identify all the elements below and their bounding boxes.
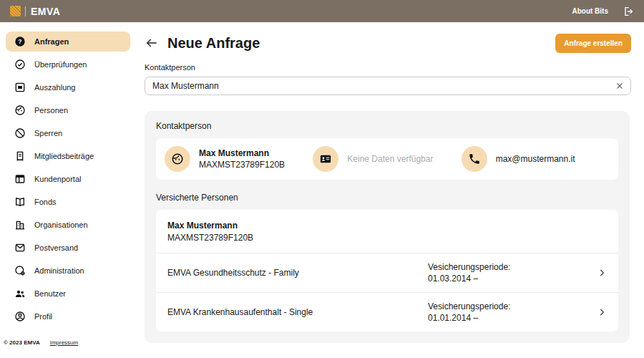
policy-name: EMVA Krankenhausaufenthalt - Single xyxy=(167,307,428,317)
avatar xyxy=(165,146,190,172)
sidebar-item-benutzer[interactable]: Benutzer xyxy=(6,284,130,304)
sidebar-item-label: Überprüfungen xyxy=(34,60,87,69)
back-arrow-icon[interactable] xyxy=(145,36,159,50)
insured-person-name: Max Mustermann xyxy=(167,221,607,231)
browser-icon xyxy=(14,173,26,185)
id-card-icon xyxy=(313,146,338,172)
insured-card: Max Mustermann MAXMST23789F120B EMVA Ges… xyxy=(156,210,618,332)
about-bits-link[interactable]: About Bits xyxy=(572,7,608,15)
profile-icon xyxy=(14,311,26,322)
sidebar-item-postversand[interactable]: Postversand xyxy=(6,238,130,258)
sidebar-item-label: Organisationen xyxy=(34,221,88,229)
impressum-link[interactable]: Impressum xyxy=(50,339,79,346)
sidebar-item-administration[interactable]: Administration xyxy=(6,261,130,281)
payout-icon xyxy=(14,82,26,93)
chevron-right-icon xyxy=(597,307,607,317)
sidebar-item-fonds[interactable]: Fonds xyxy=(6,192,130,212)
sidebar-item-label: Postversand xyxy=(34,243,78,252)
sidebar: ? Anfragen Überprüfungen Auszahlung Pers… xyxy=(0,22,136,358)
insured-section-label: Versicherte Personen xyxy=(156,193,618,203)
sidebar-item-auszahlung[interactable]: Auszahlung xyxy=(6,77,130,97)
sidebar-item-kundenportal[interactable]: Kundenportal xyxy=(6,169,130,189)
main-content: Neue Anfrage Anfrage erstellen Kontaktpe… xyxy=(145,22,631,343)
sidebar-item-label: Benutzer xyxy=(34,289,66,298)
create-request-button[interactable]: Anfrage erstellen xyxy=(555,34,631,53)
contact-id: MAXMST23789F120B xyxy=(199,160,285,170)
face-icon xyxy=(14,105,26,116)
group-icon xyxy=(14,288,26,299)
phone-icon xyxy=(462,146,487,172)
brand-name: EMVA xyxy=(31,6,60,17)
building-icon xyxy=(14,219,26,231)
contact-search-input[interactable] xyxy=(145,77,631,95)
policy-period-value: 01.03.2014 – xyxy=(428,274,478,284)
sidebar-item-label: Administration xyxy=(34,266,84,275)
contact-field-label: Kontaktperson xyxy=(145,63,631,72)
sidebar-item-anfragen[interactable]: ? Anfragen xyxy=(6,32,130,52)
contact-person-item: Max Mustermann MAXMST23789F120B xyxy=(165,146,313,172)
sidebar-item-label: Kundenportal xyxy=(34,175,81,183)
face-icon xyxy=(171,153,184,165)
book-icon xyxy=(14,196,26,208)
contact-email-item: max@mustermann.it xyxy=(462,146,610,172)
sidebar-footer: © 2023 EMVA Impressum xyxy=(4,339,78,346)
policy-row[interactable]: EMVA Gesundheitsschutz - Family Vesicher… xyxy=(156,253,618,292)
policy-period: Vesicherungsperiode: 01.03.2014 – xyxy=(428,261,592,284)
topbar-right: About Bits xyxy=(572,6,634,17)
sidebar-item-label: Sperren xyxy=(34,129,62,137)
verified-icon xyxy=(14,59,26,70)
contact-input-wrap xyxy=(145,77,631,95)
sidebar-item-label: Auszahlung xyxy=(34,83,76,92)
copyright-text: © 2023 EMVA xyxy=(4,339,40,346)
sidebar-item-mitgliedsbeitraege[interactable]: Mitgliedsbeiträge xyxy=(6,146,130,166)
sidebar-item-sperren[interactable]: Sperren xyxy=(6,123,130,143)
sidebar-item-label: Mitgliedsbeiträge xyxy=(34,152,94,160)
page-header: Neue Anfrage Anfrage erstellen xyxy=(145,34,631,52)
receipt-icon xyxy=(14,150,26,162)
sidebar-item-personen[interactable]: Personen xyxy=(6,100,130,120)
policy-row[interactable]: EMVA Krankenhausaufenthalt - Single Vesi… xyxy=(156,292,618,332)
policy-period: Vesicherungsperiode: 01.01.2014 – xyxy=(428,301,592,324)
policy-period-label: Vesicherungsperiode: xyxy=(428,262,510,272)
contact-card: Max Mustermann MAXMST23789F120B Keine Da… xyxy=(156,138,618,180)
chevron-right-icon xyxy=(597,268,607,278)
insured-person-block: Max Mustermann MAXMST23789F120B xyxy=(156,210,618,253)
sidebar-item-ueberpruefungen[interactable]: Überprüfungen xyxy=(6,54,130,74)
mail-icon xyxy=(14,242,26,253)
sidebar-item-label: Anfragen xyxy=(34,37,69,46)
sidebar-item-label: Personen xyxy=(34,106,68,115)
page-title: Neue Anfrage xyxy=(167,35,260,52)
sidebar-item-organisationen[interactable]: Organisationen xyxy=(6,215,130,235)
contact-email: max@mustermann.it xyxy=(496,154,575,164)
admin-icon xyxy=(14,265,26,276)
policy-period-value: 01.01.2014 – xyxy=(428,313,478,323)
no-data-text: Keine Daten verfügbar xyxy=(347,154,433,164)
clear-input-icon[interactable] xyxy=(615,81,625,91)
contact-idcard-item: Keine Daten verfügbar xyxy=(313,146,461,172)
block-icon xyxy=(14,127,26,139)
svg-text:?: ? xyxy=(18,38,21,45)
sidebar-item-label: Fonds xyxy=(34,198,57,206)
sidebar-item-label: Profil xyxy=(34,312,52,321)
topbar: EMVA About Bits xyxy=(0,0,644,22)
insured-person-id: MAXMST23789F120B xyxy=(167,233,607,243)
result-panel: Kontaktperson Max Mustermann MAXMST23789… xyxy=(145,111,630,343)
policy-name: EMVA Gesundheitsschutz - Family xyxy=(167,268,428,278)
emva-logo-icon xyxy=(10,6,21,16)
policy-period-label: Vesicherungsperiode: xyxy=(428,301,510,311)
logout-icon[interactable] xyxy=(623,6,634,17)
brand-logo[interactable]: EMVA xyxy=(10,6,60,17)
contact-section-label: Kontaktperson xyxy=(156,121,618,131)
help-icon: ? xyxy=(14,36,26,47)
sidebar-item-profil[interactable]: Profil xyxy=(6,306,130,326)
logo-divider xyxy=(25,6,26,16)
contact-name: Max Mustermann xyxy=(199,148,285,158)
